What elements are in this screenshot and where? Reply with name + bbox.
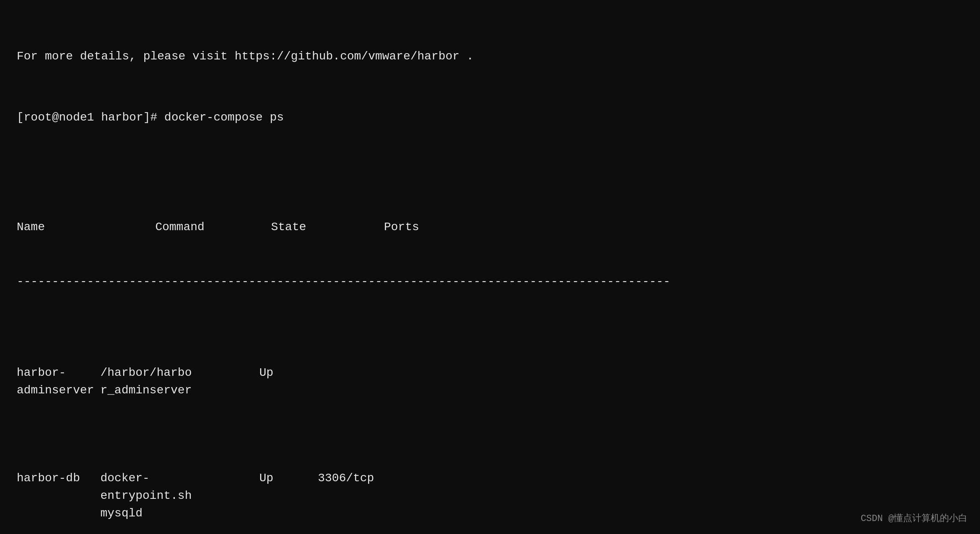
- table-divider: ----------------------------------------…: [17, 273, 963, 290]
- cell-command-db: docker- entrypoint.sh mysqld: [100, 470, 259, 522]
- cell-ports-db: 3306/tcp: [318, 470, 485, 487]
- cell-name-adminserver: harbor- adminserver: [17, 364, 100, 399]
- cell-state-db: Up: [259, 470, 318, 487]
- watermark: CSDN @懂点计算机的小白: [861, 512, 967, 526]
- cell-command-adminserver: /harbor/harbo r_adminserver: [100, 364, 259, 399]
- table-row: harbor- adminserver /harbor/harbo r_admi…: [17, 364, 963, 399]
- header-command: Command: [100, 218, 259, 236]
- prompt-line: [root@node1 harbor]# docker-compose ps: [17, 109, 963, 126]
- table-row: harbor-db docker- entrypoint.sh mysqld U…: [17, 470, 963, 522]
- header-ports: Ports: [318, 218, 485, 236]
- cell-name-db: harbor-db: [17, 470, 100, 487]
- header-state: State: [259, 218, 318, 236]
- header-name: Name: [17, 218, 100, 236]
- cell-state-adminserver: Up: [259, 364, 318, 382]
- intro-text: For more details, please visit https://g…: [17, 48, 963, 65]
- docker-compose-table: Name Command State Ports ---------------…: [17, 183, 963, 534]
- table-header-row: Name Command State Ports: [17, 218, 963, 236]
